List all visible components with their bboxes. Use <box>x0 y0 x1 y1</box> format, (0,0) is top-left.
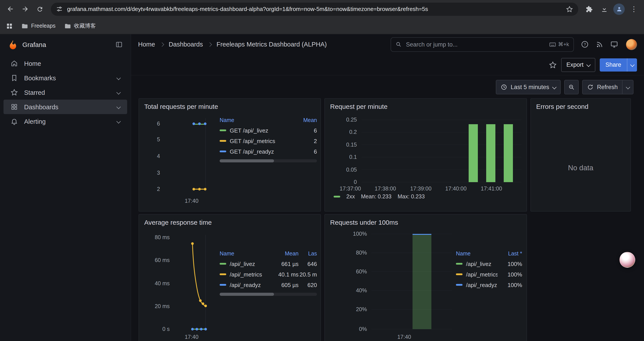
collapse-sidebar-button[interactable] <box>115 41 123 48</box>
url-input[interactable] <box>66 5 562 13</box>
legend-col-last[interactable]: Last * <box>498 251 522 257</box>
line-chart[interactable]: 6 5 4 3 2 17:40 <box>142 112 220 205</box>
series-name[interactable]: /api/_readyz <box>230 281 274 288</box>
sidebar-item-home[interactable]: Home <box>4 56 127 71</box>
browser-toolbar: ⋮ <box>0 0 644 18</box>
series-name[interactable]: /api/_metrics <box>230 271 274 278</box>
legend-col-name[interactable]: Name <box>220 117 292 123</box>
downloads-button[interactable] <box>598 3 611 16</box>
panel-title[interactable]: Requests under 100ms <box>325 215 526 228</box>
refresh-button[interactable]: Refresh <box>582 80 622 94</box>
breadcrumb-home[interactable]: Home <box>138 41 155 48</box>
legend-row[interactable]: /api/_livez 661 µs 646 <box>220 258 317 269</box>
news-button[interactable] <box>596 41 603 48</box>
forward-button[interactable] <box>18 3 32 16</box>
line-chart[interactable]: 80 ms 60 ms 40 ms 20 ms 0 s 17:40 <box>142 228 220 340</box>
legend-row[interactable]: GET /api/_readyz 6 <box>220 146 317 157</box>
sidebar-item-dashboards[interactable]: Dashboards <box>4 100 127 114</box>
extensions-button[interactable] <box>582 3 596 16</box>
panel-title[interactable]: Average response time <box>139 215 320 228</box>
search-bar[interactable]: ⌘+k <box>390 37 574 52</box>
bar-chart[interactable]: 0.25 0.2 0.15 0.1 0.05 0 17:37:00 17:38:… <box>328 112 524 193</box>
user-avatar[interactable] <box>626 39 637 50</box>
assistant-avatar-overlay[interactable] <box>620 252 635 268</box>
scrollbar-thumb[interactable] <box>220 159 274 162</box>
legend-col-last[interactable]: Las <box>298 251 317 257</box>
help-button[interactable]: ? <box>581 40 589 48</box>
x-tick: 17:41:00 <box>481 185 502 192</box>
share-button[interactable]: Share <box>600 58 627 71</box>
series-name[interactable]: /api/_readyz <box>466 281 498 288</box>
site-controls-icon[interactable] <box>56 6 63 12</box>
series-max: Max: 0.233 <box>398 194 425 200</box>
browser-menu-button[interactable]: ⋮ <box>627 3 640 16</box>
bookmark-folder-freeleaps[interactable]: Freeleaps <box>22 23 56 29</box>
legend-row[interactable]: /api/_readyz 100% <box>456 279 522 290</box>
series-name[interactable]: /api/_livez <box>230 260 274 267</box>
series-mean: 6 <box>292 127 317 134</box>
series-mean: 605 µs <box>274 281 298 288</box>
keyboard-icon <box>549 42 556 47</box>
series-name[interactable]: /api/_livez <box>466 260 498 267</box>
bar-chart[interactable]: 100% 80% 60% 40% 20% 0% 17:40 <box>328 228 456 340</box>
export-button[interactable]: Export <box>561 58 595 72</box>
zoom-out-button[interactable] <box>564 80 578 94</box>
display-button[interactable] <box>610 40 618 48</box>
bookmark-folder-blogs[interactable]: 收藏博客 <box>64 22 96 30</box>
legend-row[interactable]: /api/_metrics 40.1 ms 20.5 m <box>220 269 317 279</box>
panel-title[interactable]: Total requests per minute <box>139 99 320 112</box>
profile-button[interactable] <box>612 3 626 16</box>
y-tick: 4 <box>157 153 160 159</box>
apps-grid-icon[interactable] <box>6 23 13 29</box>
refresh-interval-dropdown[interactable] <box>622 80 633 94</box>
dashboard-actions-bar: Export Share <box>131 55 644 76</box>
dashboard-canvas: Total requests per minute 6 5 4 3 2 17:4… <box>131 98 644 341</box>
y-tick: 0% <box>359 326 367 332</box>
legend-scrollbar[interactable] <box>220 293 317 296</box>
search-input[interactable] <box>405 41 546 48</box>
panel-title[interactable]: Request per minute <box>325 99 526 112</box>
series-name[interactable]: 2xx <box>346 194 355 200</box>
legend-row[interactable]: /api/_readyz 605 µs 620 <box>220 279 317 290</box>
legend-scrollbar[interactable] <box>220 159 317 162</box>
series-color-green <box>220 130 226 131</box>
breadcrumb-dashboards[interactable]: Dashboards <box>168 41 203 48</box>
favorite-dashboard-button[interactable] <box>549 61 557 69</box>
legend-col-name[interactable]: Name <box>220 251 274 257</box>
series-name[interactable]: GET /api/_readyz <box>230 148 292 155</box>
legend-col-name[interactable]: Name <box>456 251 498 257</box>
chevron-right-icon <box>160 42 164 47</box>
grafana-logo[interactable] <box>8 39 18 49</box>
series-name[interactable]: GET /api/_metrics <box>230 138 292 144</box>
sidebar-item-starred[interactable]: Starred <box>4 85 127 100</box>
y-tick: 0.25 <box>346 117 357 123</box>
panel-body: 6 5 4 3 2 17:40 <box>139 112 320 208</box>
legend-row[interactable]: GET /api/_livez 6 <box>220 125 317 136</box>
series-name[interactable]: /api/_metrics <box>466 271 498 278</box>
x-tick: 17:40 <box>185 334 198 340</box>
url-bar[interactable] <box>51 3 578 16</box>
sidebar-header: Grafana <box>0 34 131 55</box>
legend-row[interactable]: GET /api/_metrics 2 <box>220 136 317 146</box>
y-tick: 80% <box>356 249 367 256</box>
series-color-yellow <box>220 274 226 275</box>
monitor-icon <box>610 40 618 48</box>
legend-col-mean[interactable]: Mean <box>292 117 317 123</box>
legend: 2xx Mean: 0.233 Max: 0.233 <box>328 194 523 200</box>
legend-row[interactable]: /api/_metrics 100% <box>456 269 522 279</box>
bookmark-star-icon[interactable] <box>566 6 573 13</box>
y-tick: 0.05 <box>346 167 357 173</box>
reload-button[interactable] <box>33 3 46 16</box>
series-last: 100% <box>498 260 522 267</box>
scrollbar-thumb[interactable] <box>220 293 274 296</box>
series-name[interactable]: GET /api/_livez <box>230 127 292 134</box>
time-range-picker[interactable]: Last 5 minutes <box>496 80 561 94</box>
sidebar-item-alerting[interactable]: Alerting <box>4 114 127 129</box>
brand-name[interactable]: Grafana <box>22 41 46 48</box>
legend-col-mean[interactable]: Mean <box>274 251 298 257</box>
legend-row[interactable]: /api/_livez 100% <box>456 258 522 269</box>
share-dropdown-button[interactable] <box>627 58 637 71</box>
panel-title[interactable]: Errors per second <box>531 99 630 112</box>
sidebar-item-bookmarks[interactable]: Bookmarks <box>4 71 127 85</box>
back-button[interactable] <box>4 3 17 16</box>
